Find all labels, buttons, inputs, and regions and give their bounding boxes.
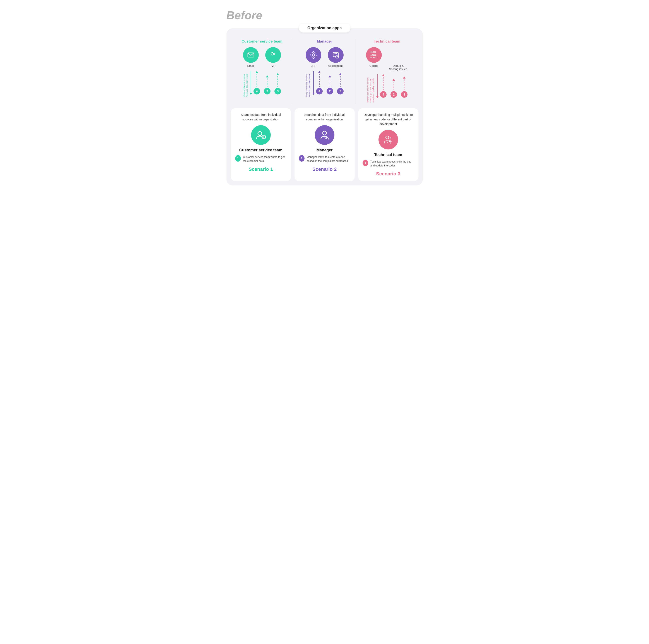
- scenario-1-person: [251, 125, 271, 145]
- coding-icon-item: 010001000101001I Coding: [366, 47, 382, 71]
- customer-badge-4: 4: [254, 88, 260, 94]
- email-icon: [247, 51, 255, 59]
- svg-point-6: [311, 52, 316, 58]
- applications-label: Applications: [328, 64, 343, 68]
- debug-circle: [390, 47, 406, 63]
- svg-point-1: [271, 53, 273, 55]
- applications-icon-item: Applications: [328, 47, 344, 68]
- svg-point-21: [389, 137, 391, 139]
- email-icon-item: Email: [243, 47, 259, 68]
- scenario-2-person-icon: [319, 130, 330, 140]
- technical-team-col: Technical team 010001000101001I Coding D…: [356, 39, 419, 104]
- applications-circle: [328, 47, 344, 63]
- manager-icons-row: ERP Appl: [306, 47, 344, 68]
- svg-point-16: [258, 132, 262, 135]
- org-apps-label: Organization apps: [299, 24, 350, 33]
- scenario-1-card: Searches data from individual sources wi…: [231, 108, 291, 181]
- scenario-3-card: Developer handling multiple tasks to get…: [358, 108, 419, 181]
- technical-badge-4: 4: [380, 91, 387, 98]
- manager-badge-2: 2: [327, 88, 333, 94]
- scenario-1-team-name: Customer service team: [239, 148, 282, 153]
- svg-point-15: [336, 53, 337, 54]
- erp-label: ERP: [310, 64, 316, 68]
- svg-point-14: [335, 53, 336, 54]
- scenario-3-desc: Technical team needs to fix the bug and …: [371, 160, 414, 168]
- manager-badge-4: 4: [316, 88, 322, 94]
- customer-sideways-text: Received data from source after painstac…: [243, 71, 248, 97]
- scenario-3-person-icon: [383, 134, 394, 145]
- manager-team-title: Manager: [317, 39, 332, 44]
- org-apps-box: Organization apps Customer service team …: [226, 28, 423, 185]
- technical-badge-2: 2: [390, 91, 397, 98]
- customer-down-arrow: [250, 71, 252, 95]
- manager-dashed-arrows: 4 2 3: [316, 71, 344, 94]
- ivr-icon-item: IVR: [265, 47, 281, 68]
- technical-badge-3: 3: [401, 91, 407, 98]
- before-title: Before: [226, 9, 423, 22]
- debug-icon-item: Debug & Solving issues: [388, 47, 408, 71]
- customer-badge-3: 3: [274, 88, 281, 94]
- scenario-1-person-icon: [255, 130, 266, 140]
- scenario-1-label: Scenario 1: [249, 166, 273, 172]
- email-circle: [243, 47, 259, 63]
- scenario-3-search-text: Developer handling multiple tasks to get…: [362, 113, 414, 126]
- applications-icon: [332, 51, 340, 59]
- svg-point-20: [386, 136, 389, 139]
- coding-circle: 010001000101001I: [366, 47, 382, 63]
- scenario-2-card: Searches data from individual sources wi…: [295, 108, 355, 181]
- customer-team-col: Customer service team Email: [231, 39, 293, 104]
- scenario-2-item: 1 Manager wants to create a report based…: [299, 155, 350, 163]
- scenario-2-badge: 1: [299, 155, 305, 162]
- ivr-label: IVR: [271, 64, 275, 68]
- scenario-1-search-text: Searches data from individual sources wi…: [235, 113, 287, 122]
- scenario-3-person: [379, 130, 398, 149]
- svg-line-4: [274, 54, 275, 55]
- technical-icons-row: 010001000101001I Coding Debug & Solving …: [366, 47, 408, 71]
- manager-sideways-text: Received data from source after painstac…: [305, 71, 311, 97]
- customer-team-title: Customer service team: [242, 39, 282, 44]
- page-container: Before Organization apps Customer servic…: [226, 9, 423, 185]
- customer-badge-2: 2: [264, 88, 270, 94]
- ivr-icon: [269, 51, 277, 59]
- scenario-3-label: Scenario 3: [376, 171, 400, 177]
- technical-sideways-text: Developer handling multiple tasks to get…: [366, 74, 375, 102]
- manager-team-col: Manager ER: [293, 39, 356, 104]
- scenario-2-search-text: Searches data from individual sources wi…: [299, 113, 350, 122]
- technical-down-arrow: [376, 74, 379, 98]
- svg-point-13: [334, 53, 335, 54]
- scenario-2-person: [315, 125, 335, 145]
- scenario-3-team-name: Technical team: [374, 153, 402, 157]
- scenario-2-desc: Manager wants to create a report based o…: [307, 155, 350, 163]
- top-section: Customer service team Email: [231, 35, 419, 104]
- manager-down-arrow: [312, 71, 315, 95]
- email-label: Email: [247, 64, 255, 68]
- manager-badge-3: 3: [337, 88, 344, 94]
- scenario-3-badge: 1: [362, 160, 368, 166]
- erp-circle: [306, 47, 321, 63]
- technical-dashed-arrows: 4 2 3: [380, 74, 407, 98]
- scenario-1-desc: Customer service team wants to get the c…: [243, 155, 287, 163]
- scenario-3-item: 1 Technical team needs to fix the bug an…: [362, 160, 414, 168]
- erp-icon-item: ERP: [306, 47, 321, 68]
- svg-point-5: [312, 54, 315, 56]
- customer-icons-row: Email IVR: [243, 47, 281, 68]
- erp-icon: [310, 51, 317, 59]
- svg-point-19: [322, 131, 327, 135]
- svg-line-2: [274, 53, 275, 53]
- ivr-circle: [265, 47, 281, 63]
- scenario-2-team-name: Manager: [316, 148, 333, 153]
- bottom-section: Searches data from individual sources wi…: [231, 108, 419, 181]
- scenario-2-label: Scenario 2: [312, 166, 337, 172]
- coding-label: Coding: [370, 64, 379, 68]
- customer-dashed-arrows: 4 2 3: [254, 71, 281, 94]
- scenario-1-badge: 1: [235, 155, 241, 162]
- scenario-1-item: 1 Customer service team wants to get the…: [235, 155, 287, 163]
- debug-label: Debug & Solving issues: [388, 64, 408, 71]
- technical-team-title: Technical team: [374, 39, 400, 44]
